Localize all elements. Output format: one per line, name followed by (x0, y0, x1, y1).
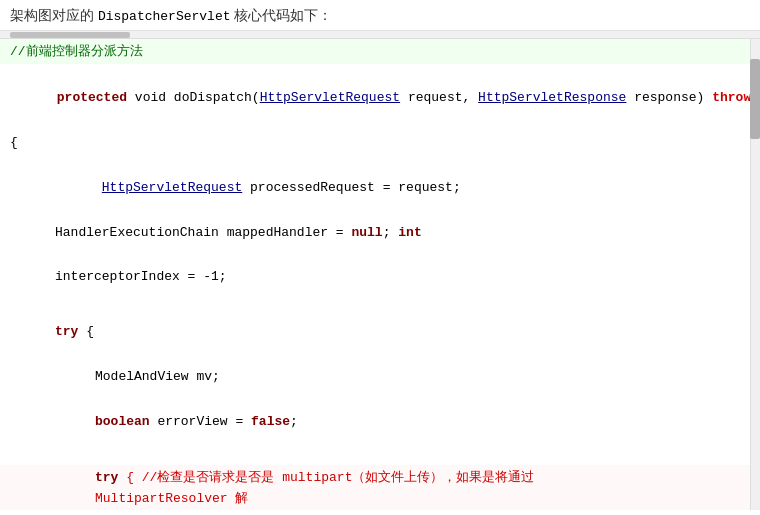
h-scrollbar-thumb (10, 32, 130, 38)
v-scrollbar-thumb (750, 59, 760, 139)
code-line-2: HttpServletRequest processedRequest = re… (0, 154, 760, 220)
code-text-2: processedRequest = request; (242, 180, 460, 195)
red-comment-1: try { //检查是否请求是否是 multipart（如文件上传），如果是将通… (0, 465, 760, 510)
code-line-7: boolean errorView = false; (0, 410, 760, 455)
comment-check: //检查是否请求是否是 multipart（如文件上传），如果是将通过 Mult… (95, 470, 534, 506)
space3: response) (626, 90, 712, 105)
kw-int: int (398, 225, 421, 240)
page-container: 架构图对应的 DispatcherServlet 核心代码如下： //前端控制器… (0, 0, 760, 510)
type-httpservletresponse: HttpServletResponse (478, 90, 626, 105)
type-httpservletrequest: HttpServletRequest (260, 90, 400, 105)
space2: request, (400, 90, 478, 105)
code-line-1: protected void doDispatch(HttpServletReq… (0, 64, 760, 130)
kw-try-1: try (55, 324, 78, 339)
space1: void doDispatch( (127, 90, 260, 105)
code-line-6: ModelAndView mv; (0, 365, 760, 410)
kw-protected: protected (57, 90, 127, 105)
kw-null-1: null (351, 225, 382, 240)
header-section: 架构图对应的 DispatcherServlet 核心代码如下： (0, 0, 760, 31)
comment-text-1: //前端控制器分派方法 (10, 44, 143, 59)
code-line-4: interceptorIndex = -1; (0, 265, 760, 310)
dispatcher-class: DispatcherServlet (98, 9, 231, 24)
try-kw: try (95, 470, 118, 485)
space-try: { (118, 470, 141, 485)
code-blank-1 (0, 310, 760, 320)
kw-boolean: boolean (95, 414, 150, 429)
h-scrollbar[interactable] (0, 31, 760, 39)
kw-false: false (251, 414, 290, 429)
v-scrollbar[interactable] (750, 39, 760, 510)
code-blank-2 (0, 455, 760, 465)
code-container[interactable]: //前端控制器分派方法 protected void doDispatch(Ht… (0, 31, 760, 510)
code-line-3: HandlerExecutionChain mappedHandler = nu… (0, 221, 760, 266)
header-text: 架构图对应的 DispatcherServlet 核心代码如下： (10, 7, 332, 23)
type-link-1: HttpServletRequest (102, 180, 242, 195)
code-line-brace-open: { (0, 131, 760, 154)
comment-line-1: //前端控制器分派方法 (0, 39, 760, 64)
code-line-5: try { (0, 320, 760, 365)
